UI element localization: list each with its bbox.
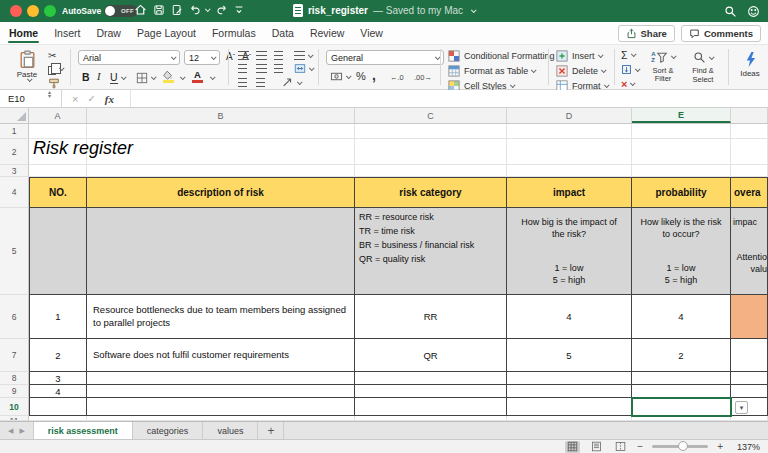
comma-style-button[interactable]: , bbox=[372, 67, 376, 83]
tab-view[interactable]: View bbox=[359, 24, 384, 42]
autosum-dropdown-icon[interactable] bbox=[630, 51, 636, 57]
cell-e10-selected[interactable] bbox=[632, 398, 731, 416]
fill-color-dropdown-icon[interactable] bbox=[180, 74, 186, 80]
cell-b10[interactable] bbox=[87, 398, 355, 416]
row-header-2[interactable]: 2 bbox=[0, 139, 29, 165]
cell-b5[interactable] bbox=[87, 208, 355, 295]
add-sheet-button[interactable]: + bbox=[258, 422, 284, 439]
align-middle-button[interactable] bbox=[256, 51, 267, 60]
smiley-feedback-icon[interactable] bbox=[747, 4, 760, 22]
cell-c9[interactable] bbox=[355, 385, 507, 398]
sheet-tab-categories[interactable]: categories bbox=[133, 422, 204, 439]
cell-a5[interactable] bbox=[29, 208, 87, 295]
delete-cells-button[interactable]: Delete bbox=[556, 65, 605, 77]
cell-c10[interactable] bbox=[355, 398, 507, 416]
format-as-table-dropdown-icon[interactable] bbox=[531, 67, 537, 73]
cell-b3[interactable] bbox=[87, 165, 355, 177]
cell-d8[interactable] bbox=[507, 372, 632, 385]
cell-a1[interactable] bbox=[29, 124, 87, 139]
find-select-button[interactable]: Find &Select bbox=[686, 51, 720, 84]
align-center-button[interactable] bbox=[256, 64, 267, 73]
data-validation-dropdown-button[interactable]: ▾ bbox=[735, 401, 748, 414]
copy-button[interactable] bbox=[48, 63, 63, 75]
sort-filter-button[interactable]: AZ Sort &Filter bbox=[646, 51, 680, 84]
column-header-f[interactable] bbox=[731, 108, 768, 123]
wrap-text-button[interactable] bbox=[294, 51, 312, 60]
format-as-table-button[interactable]: Format as Table bbox=[448, 65, 535, 77]
cancel-entry-icon[interactable]: × bbox=[72, 93, 78, 105]
align-right-button[interactable] bbox=[274, 64, 283, 73]
row-header-10[interactable]: 10 bbox=[0, 398, 29, 416]
confirm-entry-icon[interactable]: ✓ bbox=[87, 93, 95, 104]
cell-d5-impact-note[interactable]: How big is the impact of the risk? 1 = l… bbox=[507, 208, 632, 295]
cell-d1[interactable] bbox=[507, 124, 632, 139]
page-break-view-icon[interactable] bbox=[613, 441, 628, 453]
cell-f5-overall-note[interactable]: impac Attentio valu bbox=[731, 208, 768, 295]
cell-d10[interactable] bbox=[507, 398, 632, 416]
italic-button[interactable]: I bbox=[97, 71, 101, 82]
cell-c4-category-header[interactable]: risk category bbox=[355, 177, 507, 208]
share-button[interactable]: Share bbox=[618, 25, 675, 42]
conditional-formatting-button[interactable]: Conditional Formatting bbox=[448, 50, 562, 62]
formula-input[interactable] bbox=[130, 90, 768, 107]
row-header-1[interactable]: 1 bbox=[0, 124, 29, 139]
insert-function-icon[interactable]: fx bbox=[105, 93, 114, 105]
cell-c6[interactable]: RR bbox=[355, 295, 507, 339]
row-header-7[interactable]: 7 bbox=[0, 339, 29, 372]
document-title[interactable]: risk_register — Saved to my Mac bbox=[0, 4, 768, 17]
decrease-indent-button[interactable] bbox=[238, 78, 247, 87]
cut-button[interactable]: ✂ bbox=[48, 50, 56, 61]
cell-c1[interactable] bbox=[355, 124, 507, 139]
fill-button[interactable] bbox=[621, 64, 639, 75]
column-header-c[interactable]: C bbox=[355, 108, 507, 123]
tab-insert[interactable]: Insert bbox=[53, 24, 81, 42]
wrap-text-dropdown-icon[interactable] bbox=[308, 52, 314, 58]
column-header-b[interactable]: B bbox=[87, 108, 355, 123]
cell-a10[interactable] bbox=[29, 398, 87, 416]
tab-formulas[interactable]: Formulas bbox=[211, 24, 257, 42]
cell-d9[interactable] bbox=[507, 385, 632, 398]
cell-c2[interactable] bbox=[355, 139, 507, 165]
sort-filter-dropdown-icon[interactable] bbox=[671, 54, 677, 60]
merge-center-button[interactable] bbox=[294, 63, 313, 74]
normal-view-icon[interactable] bbox=[565, 441, 580, 453]
cell-e5-probability-note[interactable]: How likely is the risk to occur? 1 = low… bbox=[632, 208, 731, 295]
format-painter-button[interactable] bbox=[48, 78, 60, 89]
cell-f3[interactable] bbox=[731, 165, 768, 177]
cell-e3[interactable] bbox=[632, 165, 731, 177]
cell-b9[interactable] bbox=[87, 385, 355, 398]
zoom-slider-thumb[interactable] bbox=[678, 441, 688, 451]
format-dropdown-icon[interactable] bbox=[603, 82, 609, 88]
ideas-button[interactable]: Ideas bbox=[736, 51, 764, 78]
cell-e4-probability-header[interactable]: probability bbox=[632, 177, 731, 208]
sheet-tab-values[interactable]: values bbox=[203, 422, 258, 439]
zoom-in-button[interactable]: + bbox=[717, 441, 723, 452]
borders-dropdown-icon[interactable] bbox=[151, 74, 157, 80]
row-header-8[interactable]: 8 bbox=[0, 372, 29, 385]
insert-dropdown-icon[interactable] bbox=[597, 52, 603, 58]
cell-e9[interactable] bbox=[632, 385, 731, 398]
font-size-select[interactable]: 12 bbox=[184, 50, 220, 65]
name-box[interactable]: E10 bbox=[0, 90, 62, 107]
row-header-9[interactable]: 9 bbox=[0, 385, 29, 398]
paste-button[interactable]: Paste bbox=[10, 50, 44, 82]
comments-button[interactable]: Comments bbox=[681, 25, 761, 42]
cell-b4-description-header[interactable]: description of risk bbox=[87, 177, 355, 208]
cell-f4-overall-header[interactable]: overa bbox=[731, 177, 768, 208]
cell-b8[interactable] bbox=[87, 372, 355, 385]
increase-indent-button[interactable] bbox=[256, 78, 265, 87]
cell-c7[interactable]: QR bbox=[355, 339, 507, 372]
cell-f7[interactable] bbox=[731, 339, 768, 372]
align-left-button[interactable] bbox=[238, 64, 247, 73]
find-select-dropdown-icon[interactable] bbox=[709, 54, 715, 60]
zoom-slider[interactable] bbox=[652, 445, 708, 448]
zoom-out-button[interactable]: − bbox=[637, 441, 643, 452]
cell-a3[interactable] bbox=[29, 165, 87, 177]
row-header-5[interactable]: 5 bbox=[0, 208, 29, 295]
zoom-level[interactable]: 137% bbox=[732, 442, 760, 452]
font-name-select[interactable]: Arial bbox=[78, 50, 180, 65]
fill-color-button[interactable] bbox=[162, 70, 174, 83]
cell-b6[interactable]: Resource bottlenecks due to team members… bbox=[87, 295, 355, 339]
column-header-e[interactable]: E bbox=[632, 108, 731, 123]
search-icon[interactable] bbox=[724, 4, 737, 22]
